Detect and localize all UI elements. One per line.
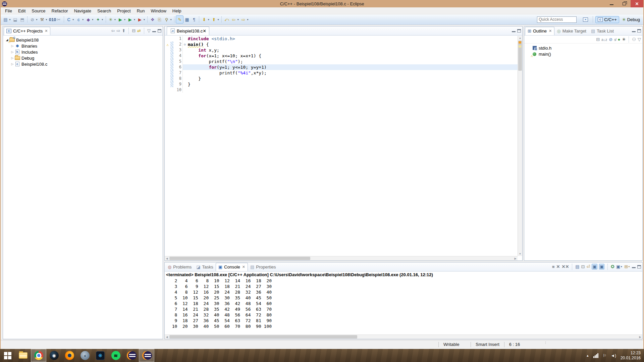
perspective-debug-button[interactable]: ✳ Debug bbox=[620, 16, 642, 23]
taskbar-start-button[interactable] bbox=[0, 349, 15, 362]
menu-navigate[interactable]: Navigate bbox=[71, 8, 94, 14]
perspective-cpp-button[interactable]: C C/C++ bbox=[595, 16, 619, 23]
scroll-left-icon[interactable]: ◀ bbox=[165, 335, 169, 339]
expand-arrow-icon[interactable]: ▷ bbox=[10, 50, 14, 54]
menu-source[interactable]: Source bbox=[29, 8, 48, 14]
coverage-icon[interactable]: ▶▼ bbox=[136, 15, 146, 23]
tab-properties[interactable]: ▤Properties bbox=[248, 263, 278, 271]
scroll-up-icon[interactable]: ▲ bbox=[518, 36, 522, 40]
scroll-right-icon[interactable]: ▶ bbox=[638, 335, 642, 339]
next-annotation-icon[interactable]: ⬇▼ bbox=[201, 15, 210, 23]
fold-marker-icon[interactable]: ⊖ bbox=[182, 42, 187, 47]
code-area[interactable]: 1#include <stdio.h>⚠2⊖main() {3 int x,y;… bbox=[165, 36, 518, 256]
titlebar[interactable]: C/C++ - Beispiel108/Beispiel108.c - Ecli… bbox=[1, 0, 643, 7]
mark-occurrences-icon[interactable]: ✎ bbox=[176, 15, 183, 23]
hide-inactive-icon[interactable]: ✳ bbox=[622, 37, 626, 42]
taskbar-chrome-icon[interactable] bbox=[31, 349, 46, 362]
show-whitespace-icon[interactable]: ¶ bbox=[191, 15, 198, 23]
hide-static-icon[interactable]: s̸ bbox=[614, 38, 616, 42]
tree-item-beispiel108[interactable]: ◢C⚠Beispiel108 bbox=[3, 37, 163, 43]
new-cpp-class-icon[interactable]: C▼ bbox=[65, 15, 75, 23]
minimize-view-icon[interactable] bbox=[632, 29, 636, 32]
search-icon[interactable]: ⚲▼ bbox=[163, 15, 173, 23]
clear-console-icon[interactable]: ▤ bbox=[575, 264, 579, 269]
console-horizontal-scrollbar[interactable]: ◀ ▶ bbox=[165, 335, 642, 339]
view-menu-icon[interactable]: ▽ bbox=[147, 28, 151, 33]
display-selected-console-icon[interactable]: ▣▼ bbox=[616, 264, 623, 269]
expand-arrow-icon[interactable]: ▷ bbox=[10, 56, 14, 60]
menu-file[interactable]: File bbox=[2, 8, 15, 14]
forward-icon[interactable]: ⇨▼ bbox=[240, 15, 250, 23]
expand-arrow-icon[interactable]: ▷ bbox=[10, 62, 14, 66]
new-project-icon[interactable]: ✦▼ bbox=[95, 15, 104, 23]
code-line-1[interactable]: 1#include <stdio.h> bbox=[165, 36, 518, 42]
code-line-4[interactable]: 4 for(x=1; x<=10; x=x+1) { bbox=[165, 53, 518, 59]
code-line-7[interactable]: 7 printf("%4i",x*y); bbox=[165, 70, 518, 76]
minimize-view-icon[interactable] bbox=[632, 265, 636, 268]
forward-icon[interactable]: ⇨ bbox=[116, 28, 120, 33]
taskbar-battlenet-icon[interactable]: ❋ bbox=[93, 349, 108, 362]
minimize-view-icon[interactable] bbox=[512, 29, 516, 32]
skip-all-breakpoints-icon[interactable]: ⊘▼ bbox=[29, 15, 39, 23]
warning-overview-mark[interactable] bbox=[519, 41, 521, 44]
view-menu-icon[interactable]: ▽ bbox=[638, 37, 641, 42]
volume-icon[interactable]: ◄) bbox=[611, 353, 616, 358]
maximize-view-icon[interactable] bbox=[637, 265, 641, 268]
remove-launch-icon[interactable]: ✕ bbox=[556, 264, 560, 269]
editor-tab[interactable]: .c Beispiel108.c ✕ bbox=[167, 26, 209, 35]
open-console-icon[interactable]: ⊞▼ bbox=[624, 264, 630, 269]
minimize-view-icon[interactable] bbox=[152, 29, 156, 32]
save-icon[interactable]: ⬓ bbox=[12, 15, 19, 23]
warning-gutter-icon[interactable]: ⚠ bbox=[165, 42, 170, 47]
cut-tool-icon[interactable]: ✂ bbox=[55, 15, 62, 23]
new-wizard-icon[interactable]: ▤▼ bbox=[2, 15, 12, 23]
show-hidden-icons-icon[interactable]: ▲ bbox=[586, 354, 589, 357]
tab-tasks[interactable]: ◪Tasks bbox=[194, 263, 216, 271]
menu-help[interactable]: Help bbox=[169, 8, 184, 14]
editor-horizontal-scrollbar[interactable]: ◀ ▶ bbox=[165, 256, 518, 260]
scroll-right-icon[interactable]: ▶ bbox=[513, 256, 518, 260]
scroll-lock-icon[interactable]: ⊡ bbox=[581, 264, 585, 269]
hide-non-public-icon[interactable]: ● bbox=[618, 37, 621, 42]
profile-icon[interactable]: ▶▼ bbox=[126, 15, 136, 23]
close-icon[interactable]: ✕ bbox=[549, 29, 552, 33]
binary-file-icon[interactable]: 010 bbox=[48, 15, 55, 23]
scroll-down-icon[interactable]: ▼ bbox=[518, 252, 522, 256]
scrollbar-thumb[interactable] bbox=[169, 335, 357, 339]
menu-run[interactable]: Run bbox=[134, 8, 148, 14]
code-line-6[interactable]: 6 for(y=1; y<=10; y=y+1) bbox=[165, 64, 518, 70]
link-with-editor-icon[interactable]: ⇄ bbox=[137, 28, 141, 33]
hide-fields-icon[interactable]: ⊘ bbox=[609, 37, 612, 42]
back-icon[interactable]: ⇦ bbox=[111, 28, 115, 33]
close-button[interactable]: ✕ bbox=[631, 0, 643, 7]
open-perspective-button[interactable]: + bbox=[581, 17, 591, 22]
maximize-view-icon[interactable] bbox=[158, 29, 161, 33]
sort-icon[interactable]: a↓z bbox=[601, 38, 607, 42]
editor-vertical-scrollbar[interactable]: ▲ ▼ bbox=[518, 36, 522, 256]
status-drag-handle[interactable]: ⋮ bbox=[544, 342, 547, 344]
scroll-left-icon[interactable]: ◀ bbox=[165, 256, 169, 260]
menu-edit[interactable]: Edit bbox=[15, 8, 29, 14]
network-icon[interactable] bbox=[593, 353, 598, 358]
tab-console[interactable]: ▣Console✕ bbox=[216, 263, 248, 271]
menu-window[interactable]: Window bbox=[148, 8, 169, 14]
tree-item-debug[interactable]: ▷Debug bbox=[3, 55, 163, 61]
outline-item-stdio-h[interactable]: stdio.h bbox=[524, 45, 642, 51]
code-line-2[interactable]: ⚠2⊖main() { bbox=[165, 42, 518, 47]
tree-item-beispiel108-c[interactable]: ▷cBeispiel108.c bbox=[3, 61, 163, 67]
tab-problems[interactable]: ◍Problems bbox=[165, 263, 194, 271]
show-view-table-icon[interactable]: ▦ bbox=[183, 15, 191, 23]
menu-search[interactable]: Search bbox=[94, 8, 114, 14]
show-on-stdout-icon[interactable]: ▣ bbox=[592, 264, 597, 269]
code-line-10[interactable]: 10 bbox=[165, 87, 518, 93]
console-output[interactable]: 2 4 6 8 10 12 14 16 18 20 3 6 9 12 15 18… bbox=[165, 278, 642, 329]
quick-access-input[interactable] bbox=[537, 16, 577, 23]
maximize-view-icon[interactable] bbox=[517, 29, 521, 33]
remove-all-terminated-icon[interactable]: ✕✕ bbox=[562, 264, 569, 269]
new-class-icon[interactable]: ◆▼ bbox=[85, 15, 95, 23]
terminate-icon[interactable]: ■ bbox=[552, 264, 555, 269]
last-edit-location-icon[interactable]: ⤺ bbox=[223, 15, 230, 23]
outline-item-main-[interactable]: ⚠main() bbox=[524, 51, 642, 57]
tree-item-includes[interactable]: ▷hIncludes bbox=[3, 49, 163, 55]
restore-button[interactable] bbox=[618, 0, 631, 7]
